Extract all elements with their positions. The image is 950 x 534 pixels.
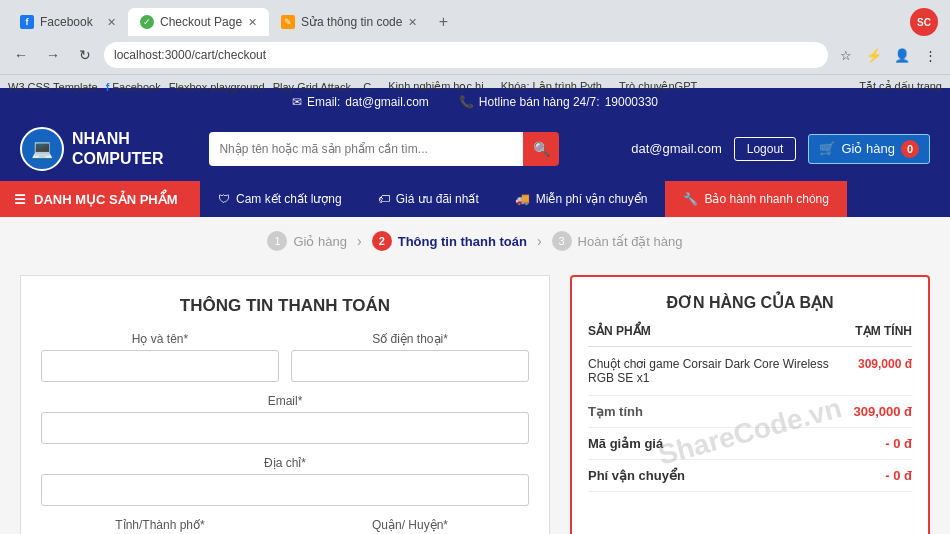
account-icon[interactable]: 👤 [890, 43, 914, 67]
province-group: Tỉnh/Thành phố* --Chọn Tỉnh/ Thành-- [41, 518, 279, 534]
checkout-form: THÔNG TIN THANH TOÁN Họ và tên* Số điện … [20, 275, 550, 534]
logo-icon: 💻 [20, 127, 64, 171]
cart-button[interactable]: 🛒 Giỏ hàng 0 [808, 134, 930, 164]
tab-edit-label: Sửa thông tin code [301, 15, 402, 29]
category-menu[interactable]: ☰ DANH MỤC SẢN PHẨM [0, 181, 200, 217]
step-1-circle: 1 [267, 231, 287, 251]
site-header: 💻 NHANH COMPUTER 🔍 dat@gmail.com Logout … [0, 116, 950, 181]
website-content: ✉ Email: dat@gmail.com 📞 Hotline bán hàn… [0, 88, 950, 534]
more-options-icon[interactable]: ⋮ [918, 43, 942, 67]
hotline-label: Hotline bán hàng 24/7: [479, 95, 600, 109]
nav-bar: ☰ DANH MỤC SẢN PHẨM 🛡 Cam kết chất lượng… [0, 181, 950, 217]
bookmark-kinh-nghiem[interactable]: Kinh nghiệm học hi... [388, 80, 493, 93]
bookmark-star-icon[interactable]: ☆ [834, 43, 858, 67]
address-input[interactable] [41, 474, 529, 506]
address-bar[interactable] [104, 42, 828, 68]
breadcrumb-arrow-1: › [357, 233, 362, 249]
warranty-label: Bảo hành nhanh chóng [704, 192, 828, 206]
reload-button[interactable]: ↻ [72, 42, 98, 68]
order-title: ĐƠN HÀNG CỦA BẠN [588, 293, 912, 312]
order-item-row: Chuột chơi game Corsair Dark Core Wirele… [588, 347, 912, 396]
bookmark-grid[interactable]: Play Grid Attack – C... [273, 81, 381, 93]
phone-icon: 📞 [459, 95, 474, 109]
favicon-facebook: f [20, 15, 34, 29]
order-item-name: Chuột chơi game Corsair Dark Core Wirele… [588, 357, 858, 385]
email-info: ✉ Email: dat@gmail.com [292, 95, 429, 109]
logo-text: NHANH COMPUTER [72, 129, 164, 167]
phone-group: Số điện thoại* [291, 332, 529, 382]
bookmark-facebook[interactable]: f Facebook [106, 81, 161, 93]
cart-label: Giỏ hàng [841, 141, 895, 156]
tab-checkout-close[interactable]: ✕ [248, 16, 257, 29]
back-button[interactable]: ← [8, 42, 34, 68]
bookmark-fb-label: Facebook [112, 81, 160, 93]
subtotal-value: 309,000 đ [853, 404, 912, 419]
main-content: THÔNG TIN THANH TOÁN Họ và tên* Số điện … [0, 265, 950, 534]
subtotal-label: Tạm tính [588, 404, 643, 419]
email-row: Email* [41, 394, 529, 444]
nav-feature-warranty: 🔧 Bảo hành nhanh chóng [665, 181, 846, 217]
tab-edit[interactable]: ✎ Sửa thông tin code ✕ [269, 8, 429, 36]
email-input[interactable] [41, 412, 529, 444]
favicon-checkout: ✓ [140, 15, 154, 29]
bookmark-flexbox[interactable]: Flexbox playground [169, 81, 265, 93]
shipping-value: - 0 đ [885, 468, 912, 483]
logo[interactable]: 💻 NHANH COMPUTER [20, 127, 164, 171]
breadcrumb-step-3: 3 Hoàn tất đặt hàng [552, 231, 683, 251]
bookmark-gpt[interactable]: Trò chuyệnGPT [619, 80, 697, 93]
address-group: Địa chỉ* [41, 456, 529, 506]
bookmark-khoa[interactable]: Khóa: Lập trình Pyth... [501, 80, 611, 93]
bookmark-khoa-label: Khóa: Lập trình Pyth... [501, 80, 611, 93]
new-tab-button[interactable]: + [429, 8, 457, 36]
step-1-label: Giỏ hàng [293, 234, 347, 249]
email-value: dat@gmail.com [345, 95, 429, 109]
full-name-label: Họ và tên* [41, 332, 279, 346]
truck-icon: 🚚 [515, 192, 530, 206]
bookmark-w3css-label: W3.CSS Template [8, 81, 98, 93]
phone-input[interactable] [291, 350, 529, 382]
price-label: Giá ưu đãi nhất [396, 192, 479, 206]
full-name-input[interactable] [41, 350, 279, 382]
email-label: Email: [307, 95, 340, 109]
shipping-label: Phí vận chuyển [588, 468, 685, 483]
breadcrumb-step-1: 1 Giỏ hàng [267, 231, 347, 251]
wrench-icon: 🔧 [683, 192, 698, 206]
toolbar-actions: ☆ ⚡ 👤 ⋮ [834, 43, 942, 67]
search-bar: 🔍 [209, 132, 559, 166]
order-summary: ĐƠN HÀNG CỦA BẠN SẢN PHẨM TẠM TÍNH Chuột… [570, 275, 930, 534]
menu-icon: ☰ [14, 192, 26, 207]
nav-features: 🛡 Cam kết chất lượng 🏷 Giá ưu đãi nhất 🚚… [200, 181, 950, 217]
name-phone-row: Họ và tên* Số điện thoại* [41, 332, 529, 382]
tab-facebook[interactable]: f Facebook ✕ [8, 8, 128, 36]
email-group: Email* [41, 394, 529, 444]
tab-checkout[interactable]: ✓ Checkout Page ✕ [128, 8, 269, 36]
hotline-info: 📞 Hotline bán hàng 24/7: 19000330 [459, 95, 658, 109]
extensions-icon[interactable]: ⚡ [862, 43, 886, 67]
step-3-label: Hoàn tất đặt hàng [578, 234, 683, 249]
address-label: Địa chỉ* [41, 456, 529, 470]
discount-label: Mã giảm giá [588, 436, 663, 451]
breadcrumb: 1 Giỏ hàng › 2 Thông tin thanh toán › 3 … [0, 217, 950, 265]
price-icon: 🏷 [378, 192, 390, 206]
menu-label: DANH MỤC SẢN PHẨM [34, 192, 178, 207]
forward-button[interactable]: → [40, 42, 66, 68]
tab-facebook-close[interactable]: ✕ [107, 16, 116, 29]
search-button[interactable]: 🔍 [523, 132, 559, 166]
subtotal-row: Tạm tính 309,000 đ [588, 396, 912, 428]
logout-button[interactable]: Logout [734, 137, 797, 161]
quality-label: Cam kết chất lượng [236, 192, 342, 206]
search-input[interactable] [209, 132, 523, 166]
step-3-circle: 3 [552, 231, 572, 251]
form-title: THÔNG TIN THANH TOÁN [41, 296, 529, 316]
browser-toolbar: ← → ↻ ☆ ⚡ 👤 ⋮ [0, 36, 950, 74]
bookmark-w3css[interactable]: W3.CSS Template [8, 81, 98, 93]
tab-edit-close[interactable]: ✕ [408, 16, 417, 29]
district-group: Quận/ Huyện* --Chọn Quận/ Huyện-- [291, 518, 529, 534]
order-item-price: 309,000 đ [858, 357, 912, 385]
shipping-row: Phí vận chuyển - 0 đ [588, 460, 912, 492]
cart-count: 0 [901, 140, 919, 158]
email-icon: ✉ [292, 95, 302, 109]
col-subtotal-header: TẠM TÍNH [855, 324, 912, 338]
bookmark-tat-ca[interactable]: Tắt cả dấu trang [859, 80, 942, 93]
shipping-label: Miễn phí vận chuyển [536, 192, 648, 206]
